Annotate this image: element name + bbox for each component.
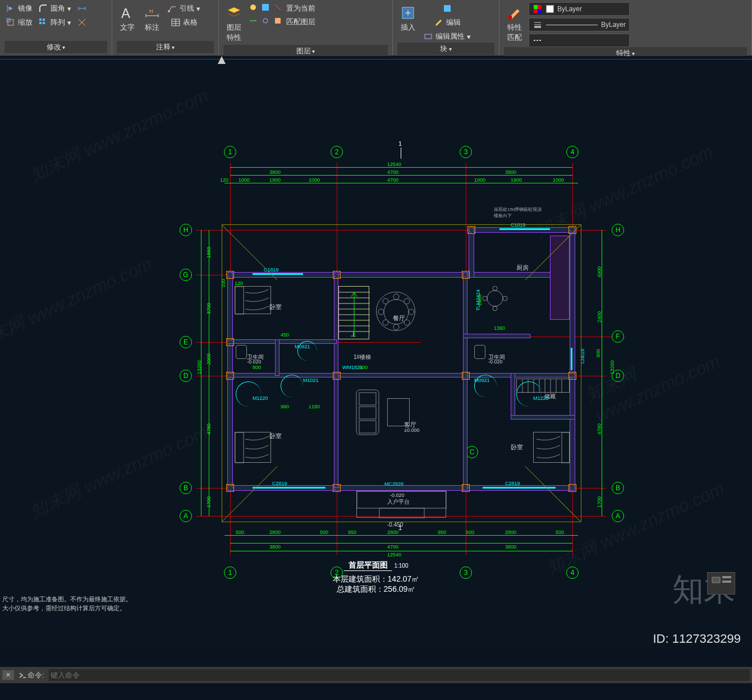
sofa bbox=[354, 387, 384, 438]
svg-point-10 bbox=[250, 4, 256, 10]
wall bbox=[334, 373, 338, 488]
insert-icon bbox=[400, 4, 416, 21]
setcurrent-button[interactable]: 置为当前 bbox=[285, 2, 317, 15]
edit-attr-button[interactable]: 编辑属性 ▾ bbox=[422, 30, 472, 43]
dim-text: 960 bbox=[281, 404, 289, 409]
column bbox=[568, 372, 576, 380]
dim-text: 12540 bbox=[387, 552, 401, 558]
table-icon bbox=[171, 17, 181, 27]
roof-edge bbox=[222, 224, 581, 225]
dim-text: 4700 bbox=[387, 544, 398, 550]
grid-bubble: G bbox=[180, 269, 192, 281]
dim-text: 1900 bbox=[269, 177, 281, 183]
dim-total-width: 12540 bbox=[387, 162, 401, 167]
command-close-button[interactable]: ✕ bbox=[2, 670, 14, 680]
id-label: ID: 1127323299 bbox=[653, 632, 741, 646]
svg-rect-4 bbox=[39, 22, 42, 24]
drawing-canvas[interactable]: 知末网 www.znzmo.com 知末网 www.znzmo.com 知末网 … bbox=[0, 56, 752, 651]
dim-text: 3800 bbox=[505, 169, 516, 175]
color-dropdown[interactable]: ByLayer bbox=[529, 2, 630, 16]
dim-text: 4700 bbox=[387, 169, 398, 175]
tray-widget[interactable] bbox=[707, 572, 735, 595]
modify-extra2[interactable] bbox=[76, 16, 88, 29]
command-input[interactable] bbox=[49, 669, 750, 681]
dim-text: 4780 bbox=[206, 423, 212, 435]
layer-icon-5[interactable] bbox=[260, 16, 270, 26]
lineweight-dropdown[interactable]: ByLayer bbox=[529, 18, 630, 31]
leader-icon bbox=[167, 3, 177, 13]
layer-props-button[interactable]: 图层 特性 bbox=[223, 2, 245, 45]
roof-edge bbox=[222, 522, 581, 522]
area1-value: 142.07㎡ bbox=[388, 574, 420, 583]
layer-icon-3[interactable] bbox=[273, 2, 283, 12]
mirror-button[interactable]: 镜像 bbox=[4, 2, 34, 15]
dim-text: 500 bbox=[556, 529, 564, 535]
svg-point-8 bbox=[168, 10, 170, 12]
grid-bubble: B bbox=[612, 482, 624, 494]
wall bbox=[463, 334, 530, 338]
svg-rect-38 bbox=[356, 390, 379, 435]
roof-edge bbox=[222, 224, 222, 522]
leader-button[interactable]: 引线 ▾ bbox=[166, 2, 201, 15]
stretch-icon bbox=[77, 3, 87, 13]
panel-properties: 特性 匹配 ByLayer ByLayer 特性 bbox=[499, 0, 752, 56]
door-arc bbox=[281, 375, 303, 397]
panel-modify: 镜像 缩放 圆角 ▾ 阵列 ▾ 修改 bbox=[0, 0, 112, 56]
room-label: 储藏 bbox=[544, 393, 556, 400]
grid-bubble: E bbox=[180, 336, 192, 348]
window bbox=[253, 487, 325, 489]
table-button[interactable]: 表格 bbox=[169, 16, 199, 29]
dim-line bbox=[230, 167, 572, 168]
panel-title-layers[interactable]: 图层 bbox=[223, 45, 388, 57]
layer-icon-4[interactable] bbox=[248, 16, 258, 26]
id-value: 1127323299 bbox=[672, 632, 741, 646]
edit-block-button[interactable]: 编辑 bbox=[433, 16, 462, 29]
column bbox=[462, 271, 470, 279]
block-create[interactable] bbox=[441, 2, 453, 15]
dining-table bbox=[376, 292, 415, 331]
breakfast-table bbox=[483, 286, 508, 311]
svg-rect-3 bbox=[43, 19, 45, 21]
layer-icon-1[interactable] bbox=[248, 2, 258, 12]
column bbox=[226, 484, 234, 492]
insert-button[interactable]: 插入 bbox=[397, 2, 419, 43]
grid-bubble: 2 bbox=[331, 146, 343, 158]
window bbox=[499, 228, 550, 230]
id-prefix: ID: bbox=[653, 632, 668, 646]
linetype-dropdown[interactable] bbox=[529, 34, 630, 47]
window-tag: C2819 bbox=[272, 481, 287, 486]
match-layer-button[interactable]: 匹配图层 bbox=[285, 16, 317, 28]
svg-rect-41 bbox=[359, 421, 376, 433]
array-button[interactable]: 阵列 ▾ bbox=[37, 16, 72, 29]
svg-rect-22 bbox=[235, 432, 244, 463]
svg-rect-20 bbox=[538, 9, 542, 13]
dim-text: 3700 bbox=[206, 303, 212, 314]
dim-text: 3800 bbox=[269, 544, 281, 550]
panel-title-modify[interactable]: 修改 bbox=[4, 41, 107, 53]
area2-label: 总建筑面积： bbox=[337, 584, 384, 593]
panel-title-annotate[interactable]: 注释 bbox=[117, 41, 214, 53]
dim-line bbox=[230, 543, 572, 544]
layer-icon-2[interactable] bbox=[260, 2, 270, 12]
scale-button[interactable]: 缩放 bbox=[4, 16, 34, 29]
layer-props-label: 图层 特性 bbox=[227, 22, 241, 43]
svg-point-29 bbox=[383, 298, 388, 304]
modify-extra1[interactable] bbox=[76, 2, 88, 15]
dim-button[interactable]: H标注 bbox=[141, 2, 163, 41]
panel-title-block[interactable]: 块 bbox=[397, 43, 494, 55]
roof-note: 屋面处150厚钢筋砼现浇 楼板向下 bbox=[494, 206, 542, 219]
svg-text:A: A bbox=[121, 6, 130, 21]
linetype-icon bbox=[533, 35, 543, 45]
dim-text: 500 bbox=[466, 529, 474, 535]
match-props-button[interactable]: 特性 匹配 bbox=[504, 2, 525, 47]
column bbox=[226, 271, 234, 279]
roof-edge bbox=[581, 224, 581, 522]
svg-point-12 bbox=[263, 19, 268, 23]
layer-icon-6[interactable] bbox=[273, 16, 283, 26]
dim-text: 2800 bbox=[387, 529, 398, 535]
match-layer-label: 匹配图层 bbox=[286, 17, 315, 27]
door-tag: M1021 bbox=[303, 377, 319, 383]
fillet-button[interactable]: 圆角 ▾ bbox=[37, 2, 72, 15]
table-label: 表格 bbox=[183, 17, 198, 27]
text-button[interactable]: A文字 bbox=[117, 2, 138, 41]
